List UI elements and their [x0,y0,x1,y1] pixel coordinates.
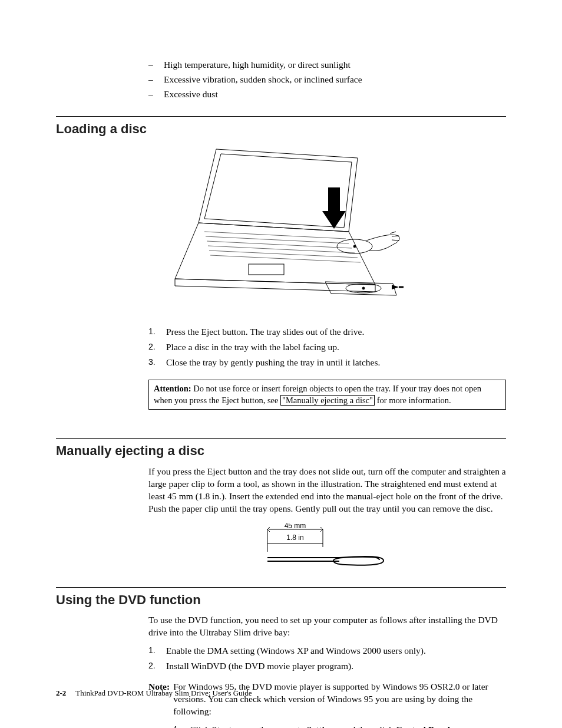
list-item: Enable the DMA setting (Windows XP and W… [148,645,506,657]
dim-in: 1.8 in [286,533,303,542]
dim-mm: 45 mm [284,523,306,530]
svg-rect-6 [249,264,284,275]
section-loading-disc: Loading a disc [56,116,506,410]
note-sublist: Click Start, move the cursor to Settings… [173,724,506,728]
list-item: High temperature, high humidity, or dire… [148,59,506,71]
section-heading: Loading a disc [56,120,506,138]
loading-steps: Press the Eject button. The tray slides … [148,326,506,369]
svg-line-4 [209,251,358,258]
manual-eject-paragraph: If you press the Eject button and the tr… [148,466,506,515]
attention-text-post: for more information. [375,396,451,405]
list-item: Close the tray by gently pushing the tra… [148,357,506,369]
dvd-body: To use the DVD function, you need to set… [148,614,506,728]
section-rule [56,116,506,117]
manual-eject-body: If you press the Eject button and the tr… [148,466,506,571]
svg-line-1 [206,236,349,243]
svg-point-8 [362,287,365,289]
txt: , move the cursor to [232,724,306,728]
attention-label: Attention: [154,384,191,393]
svg-line-2 [207,241,352,248]
bold: Start [212,724,232,728]
bold: Settings [307,724,338,728]
list-item: Excessive dust [148,88,506,101]
section-rule [56,438,506,439]
attention-link[interactable]: "Manually ejecting a disc" [280,395,375,406]
svg-line-3 [208,246,355,253]
page-number: 2-2 [56,689,66,697]
list-item: Press the Eject button. The tray slides … [148,326,506,338]
dvd-intro: To use the DVD function, you need to set… [148,614,506,639]
top-bullet-block: High temperature, high humidity, or dire… [148,59,506,101]
svg-point-12 [353,245,356,248]
section-heading: Using the DVD function [56,591,506,609]
paperclip-illustration: 45 mm 1.8 in [263,523,392,571]
svg-line-5 [210,255,361,262]
attention-box: Attention: Do not use force or insert fo… [148,380,506,410]
section-dvd-function: Using the DVD function To use the DVD fu… [56,587,506,728]
txt: , and then click [338,724,396,728]
loading-steps-block: Press the Eject button. The tray slides … [148,326,506,410]
list-item: Click Start, move the cursor to Settings… [173,724,506,728]
list-item: Excessive vibration, sudden shock, or in… [148,74,506,86]
txt: Click [190,724,211,728]
page-footer: 2-2ThinkPad DVD-ROM Ultrabay Slim Drive:… [56,688,252,699]
txt: . [450,724,452,728]
list-item: Place a disc in the tray with the label … [148,341,506,354]
section-heading: Manually ejecting a disc [56,442,506,460]
section-rule [56,587,506,588]
section-manual-eject: Manually ejecting a disc If you press th… [56,438,506,570]
svg-line-0 [204,232,346,239]
page: High temperature, high humidity, or dire… [0,0,562,728]
laptop-disc-illustration [157,143,405,314]
top-bullet-list: High temperature, high humidity, or dire… [148,59,506,101]
bold: Control Panel [396,724,450,728]
svg-marker-13 [322,187,346,229]
footer-title: ThinkPad DVD-ROM Ultrabay Slim Drive: Us… [75,689,252,697]
dvd-steps: Enable the DMA setting (Windows XP and W… [148,645,506,673]
list-item: Install WinDVD (the DVD movie player pro… [148,660,506,673]
note-text: For Windows 95, the DVD movie player is … [173,681,488,716]
svg-marker-9 [392,285,399,289]
